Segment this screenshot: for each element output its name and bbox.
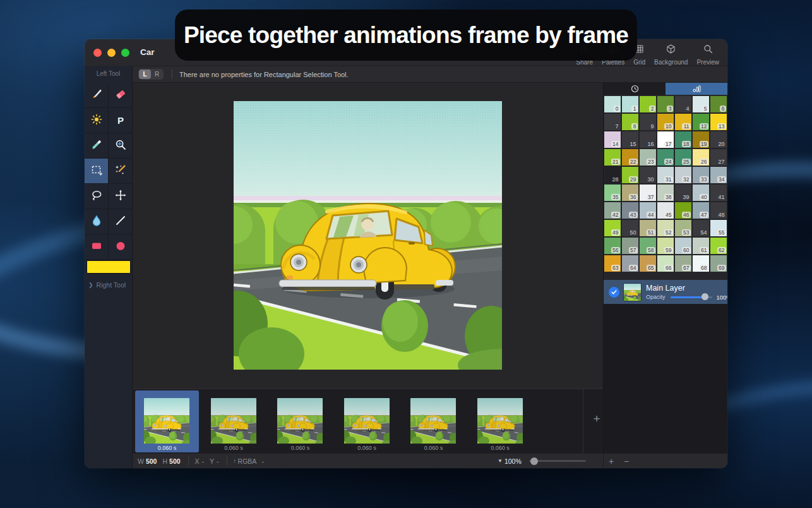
tool-brush[interactable] <box>85 83 109 108</box>
toolbar-button-background[interactable]: Background <box>650 41 692 68</box>
color-mode-dropdown[interactable]: RGBA <box>238 457 257 465</box>
tool-rect-shape[interactable] <box>85 234 109 260</box>
palette-swatch-5[interactable]: 5 <box>693 96 709 112</box>
palette-swatch-14[interactable]: 14 <box>604 131 621 148</box>
minimize-button[interactable] <box>107 49 116 57</box>
opacity-slider[interactable] <box>671 296 712 298</box>
palette-swatch-24[interactable]: 24 <box>657 149 674 166</box>
palette-swatch-6[interactable]: 6 <box>710 96 727 112</box>
palette-swatch-47[interactable]: 47 <box>693 202 709 219</box>
palette-swatch-64[interactable]: 64 <box>622 255 638 272</box>
zoom-slider-thumb[interactable] <box>530 457 538 465</box>
palette-swatch-60[interactable]: 60 <box>675 238 691 254</box>
tool-zoom[interactable] <box>109 133 133 159</box>
palette-swatch-25[interactable]: 25 <box>675 149 691 166</box>
tab-color-usage[interactable] <box>666 83 727 95</box>
palette-swatch-23[interactable]: 23 <box>640 149 656 166</box>
palette-swatch-12[interactable]: 12 <box>693 114 709 130</box>
palette-swatch-58[interactable]: 58 <box>640 238 656 254</box>
palette-swatch-57[interactable]: 57 <box>622 238 638 254</box>
palette-swatch-66[interactable]: 66 <box>657 255 674 272</box>
opacity-slider-thumb[interactable] <box>702 293 708 300</box>
palette-swatch-20[interactable]: 20 <box>710 131 727 148</box>
animation-frame-4[interactable]: 0.060 s <box>335 390 399 452</box>
animation-frame-3[interactable]: 0.060 s <box>268 390 332 452</box>
palette-swatch-51[interactable]: 51 <box>640 220 656 236</box>
palette-swatch-59[interactable]: 59 <box>657 238 674 254</box>
tool-move[interactable] <box>109 184 133 209</box>
palette-swatch-17[interactable]: 17 <box>657 131 674 148</box>
right-tool-header[interactable]: ❯ Right Tool <box>85 281 133 289</box>
right-tool-segment[interactable]: R <box>151 70 163 79</box>
palette-swatch-21[interactable]: 21 <box>604 149 621 166</box>
palette-swatch-36[interactable]: 36 <box>622 184 638 201</box>
tool-ellipse-shape[interactable] <box>109 234 133 260</box>
palette-swatch-1[interactable]: 1 <box>622 96 638 112</box>
layer-visibility-checkbox[interactable] <box>609 287 619 298</box>
palette-swatch-29[interactable]: 29 <box>622 167 638 183</box>
palette-swatch-8[interactable]: 8 <box>622 114 638 130</box>
tab-recent-colors[interactable] <box>604 83 666 95</box>
palette-swatch-65[interactable]: 65 <box>640 255 656 272</box>
animation-frame-6[interactable]: 0.060 s <box>469 390 532 452</box>
palette-swatch-37[interactable]: 37 <box>640 184 656 201</box>
left-tool-header[interactable]: Left Tool <box>85 70 132 77</box>
left-tool-segment[interactable]: L <box>139 70 151 79</box>
palette-swatch-43[interactable]: 43 <box>622 202 638 219</box>
palette-swatch-41[interactable]: 41 <box>710 184 727 201</box>
tool-eraser[interactable] <box>109 83 133 108</box>
tool-rect-select[interactable] <box>85 159 109 184</box>
palette-swatch-67[interactable]: 67 <box>675 255 691 272</box>
palette-swatch-50[interactable]: 50 <box>622 220 638 236</box>
animation-frame-1[interactable]: 0.060 s <box>135 390 199 452</box>
palette-swatch-49[interactable]: 49 <box>604 220 621 236</box>
palette-swatch-62[interactable]: 62 <box>710 238 727 254</box>
tool-water[interactable] <box>85 209 109 234</box>
palette-swatch-68[interactable]: 68 <box>693 255 709 272</box>
palette-swatch-45[interactable]: 45 <box>657 202 674 219</box>
zoom-percent[interactable]: 100% <box>505 457 522 465</box>
palette-swatch-9[interactable]: 9 <box>640 114 656 130</box>
palette-swatch-44[interactable]: 44 <box>640 202 656 219</box>
palette-swatch-10[interactable]: 10 <box>657 114 674 130</box>
tool-lighten[interactable] <box>85 108 109 133</box>
palette-swatch-22[interactable]: 22 <box>622 149 638 166</box>
palette-swatch-48[interactable]: 48 <box>710 202 727 219</box>
palette-swatch-63[interactable]: 63 <box>604 255 621 272</box>
zoom-slider[interactable] <box>529 460 586 462</box>
palette-swatch-69[interactable]: 69 <box>710 255 727 272</box>
palette-swatch-35[interactable]: 35 <box>604 184 621 201</box>
palette-swatch-40[interactable]: 40 <box>693 184 709 201</box>
tool-eyedropper[interactable] <box>85 133 109 159</box>
tool-pencil[interactable]: P <box>109 108 133 133</box>
palette-swatch-27[interactable]: 27 <box>710 149 727 166</box>
animation-frame-5[interactable]: 0.060 s <box>402 390 465 452</box>
tool-lasso[interactable] <box>85 184 109 209</box>
palette-swatch-19[interactable]: 19 <box>693 131 709 148</box>
palette-swatch-33[interactable]: 33 <box>693 167 709 183</box>
palette-swatch-4[interactable]: 4 <box>675 96 691 112</box>
palette-swatch-54[interactable]: 54 <box>693 220 709 236</box>
palette-swatch-32[interactable]: 32 <box>675 167 691 183</box>
palette-swatch-30[interactable]: 30 <box>640 167 656 183</box>
palette-swatch-38[interactable]: 38 <box>657 184 674 201</box>
animation-frame-2[interactable]: 0.060 s <box>202 390 266 452</box>
palette-swatch-34[interactable]: 34 <box>710 167 727 183</box>
palette-swatch-39[interactable]: 39 <box>675 184 691 201</box>
palette-swatch-18[interactable]: 18 <box>675 131 691 148</box>
palette-swatch-2[interactable]: 2 <box>640 96 656 112</box>
add-frame-button[interactable]: + <box>586 412 607 426</box>
tool-magic-wand[interactable] <box>109 159 133 184</box>
layer-row-main[interactable]: Main Layer Opacity 100% <box>604 280 727 304</box>
palette-swatch-3[interactable]: 3 <box>657 96 674 112</box>
palette-swatch-56[interactable]: 56 <box>604 238 621 254</box>
palette-swatch-0[interactable]: 0 <box>604 96 621 112</box>
palette-swatch-15[interactable]: 15 <box>622 131 638 148</box>
palette-swatch-26[interactable]: 26 <box>693 149 709 166</box>
palette-swatch-42[interactable]: 42 <box>604 202 621 219</box>
tool-line[interactable] <box>109 209 133 234</box>
close-button[interactable] <box>93 49 102 57</box>
chevron-down-icon[interactable]: ▼ <box>498 458 503 464</box>
zoom-window-button[interactable] <box>121 49 129 57</box>
current-color-well[interactable] <box>87 260 131 274</box>
